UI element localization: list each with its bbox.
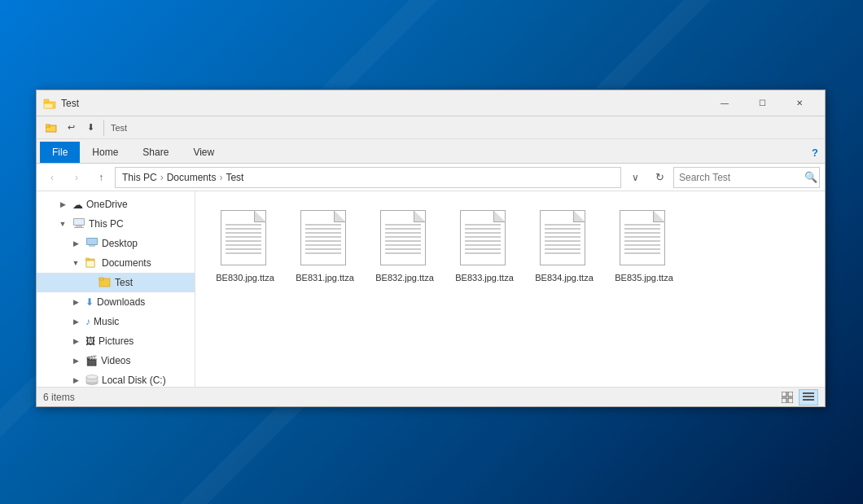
explorer-window: Test — ☐ ✕ ↩ ⬇ Test File Home Share View… [36, 90, 826, 407]
window-title-qa: Test [111, 123, 127, 133]
status-item-count: 6 items [43, 392, 75, 403]
path-sep-1: › [160, 172, 164, 183]
expand-icon: ▶ [69, 354, 82, 367]
svg-rect-24 [803, 392, 814, 394]
sidebar-label-onedrive: OneDrive [86, 199, 128, 210]
search-box[interactable]: 🔍 [673, 167, 820, 188]
sidebar-item-test[interactable]: Test [37, 273, 195, 292]
expand-icon: ▶ [69, 374, 82, 387]
address-path[interactable]: This PC › Documents › Test [115, 167, 621, 188]
file-name: BE830.jpg.ttza [216, 272, 274, 283]
file-item[interactable]: BE835.jpg.ttza [607, 204, 681, 289]
thispc-icon [72, 218, 85, 230]
quick-access-toolbar: ↩ ⬇ Test [37, 116, 825, 139]
folder-icon-small [42, 118, 61, 138]
view-largeicon-button[interactable] [799, 389, 818, 405]
address-dropdown-button[interactable]: ∨ [624, 167, 646, 188]
main-content: ▶ ☁ OneDrive ▼ This PC ▶ [37, 191, 825, 387]
sidebar-label-documents: Documents [102, 257, 151, 269]
back-button[interactable]: ‹ [42, 167, 63, 188]
close-button[interactable]: ✕ [781, 90, 818, 116]
downloads-icon: ⬇ [85, 296, 94, 308]
file-item[interactable]: BE831.jpg.ttza [288, 204, 361, 289]
minimize-button[interactable]: — [706, 90, 743, 116]
expand-icon: ▶ [69, 237, 82, 250]
svg-rect-13 [85, 258, 89, 261]
file-name: BE835.jpg.ttza [615, 272, 673, 283]
sidebar-label-desktop: Desktop [102, 238, 138, 249]
svg-rect-16 [99, 278, 103, 280]
file-name: BE833.jpg.ttza [455, 272, 514, 283]
file-icon [620, 210, 668, 269]
videos-icon: 🎬 [85, 355, 98, 366]
ribbon-tabs: File Home Share View ? [37, 139, 825, 164]
sidebar-item-onedrive[interactable]: ▶ ☁ OneDrive [37, 195, 195, 214]
expand-icon: ▶ [56, 198, 69, 211]
onedrive-icon: ☁ [72, 199, 83, 211]
expand-icon: ▶ [69, 315, 82, 328]
svg-rect-6 [74, 219, 84, 225]
path-test: Test [226, 172, 243, 183]
document-icon [620, 210, 665, 265]
address-dropdown: ∨ [624, 167, 646, 188]
file-icon [300, 210, 349, 269]
sidebar-label-thispc: This PC [89, 218, 124, 230]
expand-icon: ▼ [56, 217, 69, 230]
sidebar-label-localdisk: Local Disk (C:) [102, 375, 166, 386]
svg-rect-25 [803, 396, 814, 397]
search-input[interactable] [679, 172, 801, 183]
expand-icon: ▶ [69, 296, 82, 309]
tab-share[interactable]: Share [130, 142, 181, 163]
ribbon-help-button[interactable]: ? [805, 142, 825, 163]
document-icon [460, 210, 506, 265]
svg-rect-11 [89, 245, 95, 247]
search-icon: 🔍 [804, 171, 817, 183]
refresh-button[interactable]: ↻ [649, 167, 670, 188]
sidebar-item-downloads[interactable]: ▶ ⬇ Downloads [37, 292, 195, 312]
tab-view[interactable]: View [181, 142, 226, 163]
svg-rect-22 [782, 398, 786, 403]
sidebar-item-thispc[interactable]: ▼ This PC [37, 214, 195, 234]
quick-access-undo[interactable]: ↩ [61, 118, 81, 138]
svg-rect-8 [74, 227, 84, 228]
path-sep-2: › [219, 172, 222, 183]
sidebar-item-localdisk[interactable]: ▶ Local Disk (C:) [37, 370, 195, 387]
svg-rect-21 [788, 392, 793, 397]
sidebar-label-music: Music [94, 316, 119, 327]
document-icon [380, 210, 426, 265]
quick-access-properties[interactable]: ⬇ [81, 118, 100, 138]
svg-rect-23 [788, 398, 793, 403]
expand-icon [82, 276, 95, 289]
sidebar-item-documents[interactable]: ▼ Documents [37, 253, 195, 273]
forward-button[interactable]: › [66, 167, 87, 188]
disk-icon [85, 374, 99, 388]
music-icon: ♪ [85, 316, 90, 327]
separator [103, 120, 104, 136]
pictures-icon: 🖼 [85, 335, 95, 347]
svg-rect-14 [86, 261, 94, 267]
view-grid-button[interactable] [778, 389, 797, 405]
file-icon [460, 210, 509, 269]
file-item[interactable]: BE834.jpg.ttza [528, 204, 601, 289]
tab-home[interactable]: Home [80, 142, 130, 163]
sidebar-item-desktop[interactable]: ▶ Desktop [37, 234, 195, 253]
tab-file[interactable]: File [40, 142, 80, 163]
sidebar: ▶ ☁ OneDrive ▼ This PC ▶ [37, 191, 195, 387]
view-buttons [778, 389, 818, 405]
file-icon [221, 210, 269, 269]
window-title: Test [61, 98, 706, 109]
desktop-icon [85, 238, 99, 250]
sidebar-item-videos[interactable]: ▶ 🎬 Videos [37, 351, 195, 370]
file-item[interactable]: BE832.jpg.ttza [368, 204, 441, 289]
sidebar-item-pictures[interactable]: ▶ 🖼 Pictures [37, 331, 195, 351]
path-documents: Documents [167, 172, 217, 183]
up-button[interactable]: ↑ [90, 167, 112, 188]
expand-icon: ▼ [69, 256, 82, 270]
window-icon [43, 97, 56, 110]
file-item[interactable]: BE833.jpg.ttza [448, 204, 521, 289]
maximize-button[interactable]: ☐ [743, 90, 781, 116]
sidebar-label-downloads: Downloads [97, 296, 145, 308]
documents-icon [85, 256, 99, 270]
sidebar-item-music[interactable]: ▶ ♪ Music [37, 312, 195, 331]
file-item[interactable]: BE830.jpg.ttza [208, 204, 282, 289]
